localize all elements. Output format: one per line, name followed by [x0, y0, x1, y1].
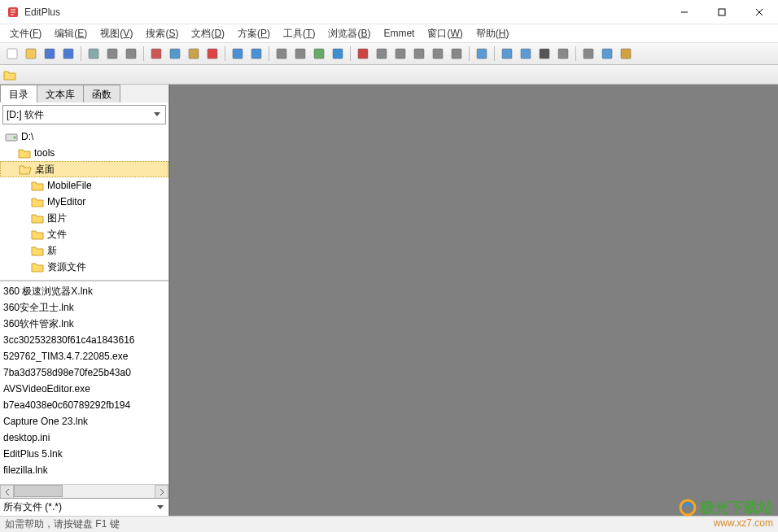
menu-F[interactable]: 文件(F) — [3, 25, 48, 42]
svg-rect-16 — [233, 49, 243, 59]
tree-item[interactable]: 图片 — [0, 210, 168, 226]
svg-rect-5 — [7, 49, 17, 59]
menu-8[interactable]: Emmet — [377, 26, 421, 41]
print-preview-icon[interactable] — [122, 45, 140, 63]
path-bar[interactable] — [0, 65, 778, 85]
save-icon[interactable] — [41, 45, 59, 63]
svg-rect-35 — [621, 49, 631, 59]
goto-icon[interactable] — [310, 45, 328, 63]
tree-item[interactable]: 资源文件 — [0, 259, 168, 275]
ruler-icon[interactable] — [429, 45, 447, 63]
bookmark-icon[interactable] — [329, 45, 347, 63]
menu-V[interactable]: 视图(V) — [94, 25, 139, 42]
menu-D[interactable]: 文档(D) — [185, 25, 231, 42]
delete-icon[interactable] — [203, 45, 221, 63]
new-file-icon[interactable] — [3, 45, 21, 63]
scroll-left-button[interactable] — [0, 485, 14, 498]
tab-dir[interactable]: 目录 — [0, 85, 37, 102]
statusbar: 如需帮助，请按键盘 F1 键 — [0, 516, 778, 532]
paste-icon[interactable] — [185, 45, 203, 63]
svg-rect-31 — [540, 49, 549, 59]
file-item[interactable]: filezilla.lnk — [3, 462, 165, 478]
font-size-icon[interactable] — [354, 45, 372, 63]
file-item[interactable]: 360软件管家.lnk — [3, 316, 165, 332]
line-number-icon[interactable] — [410, 45, 428, 63]
open-file-icon[interactable] — [22, 45, 40, 63]
tree-item[interactable]: MyEditor — [0, 194, 168, 210]
file-item[interactable]: EditPlus 5.lnk — [3, 446, 165, 462]
menu-T[interactable]: 工具(T) — [277, 25, 321, 42]
menu-P[interactable]: 方案(P) — [231, 25, 277, 42]
tab-functions[interactable]: 函数 — [83, 85, 120, 102]
tree-item[interactable]: tools — [0, 145, 168, 161]
close-button[interactable] — [741, 0, 778, 24]
menu-H[interactable]: 帮助(H) — [470, 25, 516, 42]
titlebar: EditPlus — [0, 0, 778, 24]
window-title: EditPlus — [24, 7, 666, 18]
cut-icon[interactable] — [147, 45, 165, 63]
customize-icon[interactable] — [579, 45, 597, 63]
file-item[interactable]: 7ba3d3758d98e70fe25b43a0 — [3, 364, 165, 381]
find-icon[interactable] — [273, 45, 291, 63]
file-list[interactable]: 360 极速浏览器X.lnk360安全卫士.lnk360软件管家.lnk3cc3… — [0, 281, 168, 498]
scroll-track[interactable] — [14, 485, 155, 498]
word-wrap-icon[interactable] — [391, 45, 409, 63]
menu-S[interactable]: 搜索(S) — [139, 25, 185, 42]
tree-item-label: 文件 — [47, 228, 67, 242]
svg-rect-6 — [26, 49, 36, 59]
window-switch-icon[interactable] — [617, 45, 635, 63]
svg-rect-30 — [521, 49, 531, 59]
replace-icon[interactable] — [291, 45, 309, 63]
svg-rect-9 — [89, 49, 98, 59]
scroll-right-button[interactable] — [155, 485, 168, 498]
tree-item[interactable]: 文件 — [0, 226, 168, 242]
minimize-button[interactable] — [666, 0, 703, 24]
settings-icon[interactable] — [473, 45, 491, 63]
file-item[interactable]: 360安全卫士.lnk — [3, 299, 165, 316]
file-item[interactable]: 360 极速浏览器X.lnk — [3, 283, 165, 299]
scroll-thumb[interactable] — [14, 485, 63, 497]
maximize-button[interactable] — [703, 0, 741, 24]
app-icon — [7, 6, 20, 19]
tree-item[interactable]: D:\ — [0, 129, 168, 145]
redo-icon[interactable] — [247, 45, 265, 63]
file-filter[interactable]: 所有文件 (*.*) — [0, 498, 168, 516]
file-item[interactable]: AVSVideoEditor.exe — [3, 381, 165, 397]
save-all-icon[interactable] — [59, 45, 77, 63]
file-item[interactable]: 3cc302532830f61c4a1843616 — [3, 332, 165, 348]
menu-W[interactable]: 窗口(W) — [421, 25, 469, 42]
workspace: 目录文本库函数 [D:] 软件 D:\tools桌面MobileFileMyEd… — [0, 85, 778, 516]
copy-icon[interactable] — [166, 45, 184, 63]
calculator-icon[interactable] — [554, 45, 572, 63]
file-item[interactable]: b7ea4038e0c60789292fb194 — [3, 397, 165, 413]
svg-rect-2 — [719, 9, 725, 15]
editor-area — [169, 85, 778, 516]
svg-rect-13 — [170, 49, 180, 59]
ftp-icon[interactable] — [85, 45, 103, 63]
browser2-icon[interactable] — [517, 45, 535, 63]
folder-tree[interactable]: D:\tools桌面MobileFileMyEditor图片文件新资源文件 — [0, 127, 168, 281]
file-item[interactable]: desktop.ini — [3, 430, 165, 446]
tree-item[interactable]: MobileFile — [0, 177, 168, 194]
svg-rect-33 — [584, 49, 593, 59]
print-icon[interactable] — [103, 45, 121, 63]
horizontal-scrollbar[interactable] — [0, 484, 168, 498]
tree-item[interactable]: 桌面 — [0, 161, 168, 177]
terminal-icon[interactable] — [535, 45, 553, 63]
svg-rect-21 — [333, 49, 343, 59]
file-item[interactable]: Capture One 23.lnk — [3, 413, 165, 430]
hex-icon[interactable] — [373, 45, 391, 63]
undo-icon[interactable] — [229, 45, 247, 63]
file-item[interactable]: 529762_TIM3.4.7.22085.exe — [3, 348, 165, 364]
special-chars-icon[interactable] — [448, 45, 465, 63]
browser-icon[interactable] — [498, 45, 516, 63]
menu-E[interactable]: 编辑(E) — [48, 25, 94, 42]
drive-selector[interactable]: [D:] 软件 — [2, 105, 166, 124]
svg-rect-23 — [377, 49, 387, 59]
tab-cliptext[interactable]: 文本库 — [37, 85, 84, 102]
tree-item[interactable]: 新 — [0, 242, 168, 259]
menu-B[interactable]: 浏览器(B) — [321, 25, 377, 42]
tree-item-label: tools — [34, 147, 55, 159]
arrow-tool-icon[interactable] — [598, 45, 616, 63]
toolbar-separator — [143, 46, 144, 61]
